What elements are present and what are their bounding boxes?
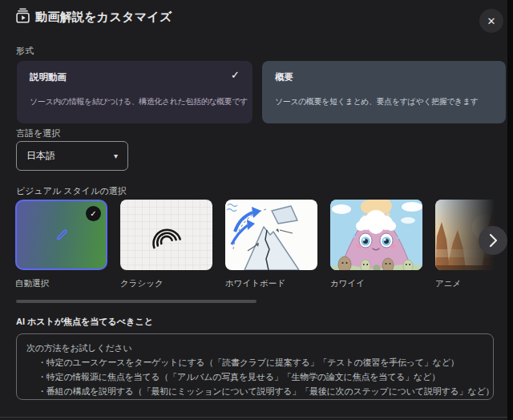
focus-input[interactable]: 次の方法をお試しください ・特定のユースケースをターゲットにする（「読書クラブに… (16, 333, 494, 400)
style-option-label: ホワイトボード (225, 278, 285, 289)
pen-icon (53, 226, 71, 244)
format-option-brief[interactable]: 概要 ソースの概要を短くまとめ、要点をすばやく把握できます (262, 61, 506, 123)
language-section-label: 言語を選択 (16, 127, 60, 139)
selected-check-icon: ✓ (86, 206, 101, 221)
visual-style-section-label: ビジュアル スタイルの選択 (16, 185, 127, 197)
style-carousel-scrollbar[interactable] (16, 300, 256, 303)
selected-check-icon: ✓ (231, 69, 240, 81)
chevron-right-icon (479, 226, 507, 255)
placeholder-line: ・特定の情報源に焦点を当てる（「アルバムの写真を見せる」「生物学の論文に焦点を当… (26, 370, 483, 384)
style-option-label: アニメ (435, 278, 461, 289)
kawaii-volcano-art (330, 200, 422, 270)
caret-down-icon: ▾ (114, 151, 118, 160)
format-option-description: ソース内の情報を結びつける、構造化された包括的な概要です (30, 96, 248, 107)
dialog-title: 動画解説をカスタマイズ (35, 10, 172, 25)
next-styles-button[interactable] (479, 226, 507, 255)
style-option-kawaii[interactable] (330, 200, 422, 270)
focus-section-label: AI ホストが焦点を当てるべきこと (16, 316, 153, 328)
check-glyph: ✓ (90, 209, 96, 218)
placeholder-line: 次の方法をお試しください (26, 341, 483, 355)
format-option-description: ソースの概要を短くまとめ、要点をすばやく把握できます (275, 96, 479, 107)
language-select[interactable]: 日本語 ▾ (16, 141, 128, 171)
footer-divider (0, 417, 507, 418)
format-section-label: 形式 (16, 45, 34, 57)
style-option-label: 自動選択 (15, 278, 49, 289)
format-option-title: 概要 (275, 71, 293, 83)
whiteboard-volcano-art (225, 200, 317, 270)
close-icon: ✕ (487, 15, 496, 27)
style-option-whiteboard[interactable] (225, 200, 317, 270)
customize-video-dialog: 動画解説をカスタマイズ ✕ 形式 説明動画 ソース内の情報を結びつける、構造化さ… (0, 0, 507, 420)
video-overview-icon (14, 7, 31, 24)
classic-arcs-art (120, 200, 212, 270)
format-option-title: 説明動画 (30, 71, 67, 83)
placeholder-line: ・番組の構成を説明する（「最初にミッションについて説明する」「最後に次のステップ… (26, 384, 483, 398)
style-option-label: クラシック (120, 278, 164, 289)
format-option-explainer-video[interactable]: 説明動画 ソース内の情報を結びつける、構造化された包括的な概要です ✓ (17, 61, 252, 123)
style-option-classic[interactable] (120, 200, 212, 270)
placeholder-line: ・特定のユースケースをターゲットにする（「読書クラブに提案する」「テストの復習を… (26, 355, 483, 370)
style-option-auto[interactable]: ✓ (15, 200, 107, 270)
language-selected-value: 日本語 (26, 149, 55, 163)
style-option-label: カワイイ (330, 278, 365, 289)
close-button[interactable]: ✕ (479, 9, 503, 33)
